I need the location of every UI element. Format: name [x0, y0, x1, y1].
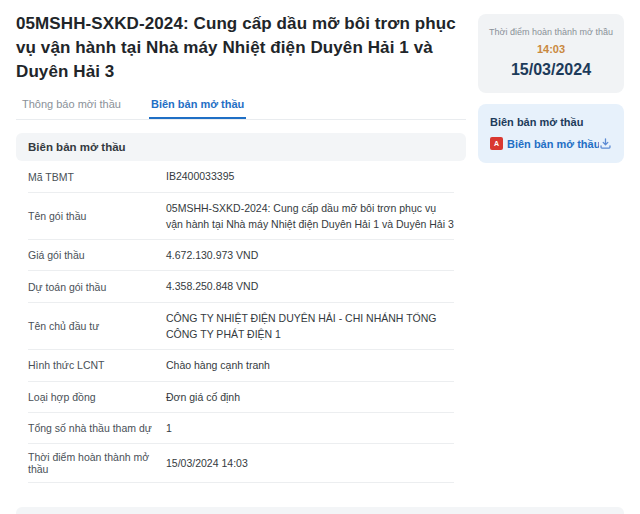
side-column: Thời điểm hoàn thành mở thầu 14:03 15/03… — [478, 12, 624, 483]
detail-label: Tổng số nhà thầu tham dự — [28, 422, 166, 434]
completion-date: 15/03/2024 — [486, 61, 616, 79]
detail-row-loai-hop-dong: Loại hợp đồng Đơn giá cố định — [28, 382, 454, 413]
completion-label: Thời điểm hoàn thành mở thầu — [486, 27, 616, 37]
detail-label: Mã TBMT — [28, 171, 166, 183]
document-card: Biên bản mở thầu A Biên bản mở thầu — [478, 104, 624, 163]
detail-value: Đơn giá cố định — [166, 389, 454, 405]
contractor-section-header: Thông tin nhà thầu — [16, 507, 624, 514]
document-row: A Biên bản mở thầu — [490, 137, 612, 150]
detail-row-chu-dau-tu: Tên chủ đầu tư CÔNG TY NHIỆT ĐIỆN DUYÊN … — [28, 303, 454, 351]
detail-label: Thời điểm hoàn thành mở thầu — [28, 451, 166, 475]
tab-bien-ban-mo-thau[interactable]: Biên bản mở thầu — [149, 92, 246, 119]
detail-label: Tên chủ đầu tư — [28, 320, 166, 332]
detail-row-hinh-thuc-lcnt: Hình thức LCNT Chào hàng cạnh tranh — [28, 350, 454, 381]
detail-row-ma-tbmt: Mã TBMT IB2400033395 — [28, 161, 454, 192]
detail-value: IB2400033395 — [166, 168, 454, 184]
page-title: 05MSHH-SXKD-2024: Cung cấp dầu mỡ bôi tr… — [16, 12, 466, 83]
detail-label: Tên gói thầu — [28, 210, 166, 222]
detail-label: Loại hợp đồng — [28, 391, 166, 403]
detail-value: 4.672.130.973 VND — [166, 247, 454, 263]
bid-opening-section-header: Biên bản mở thầu — [16, 133, 466, 161]
detail-label: Giá gói thầu — [28, 249, 166, 261]
tab-bar: Thông báo mời thầu Biên bản mở thầu — [16, 92, 466, 120]
detail-value: 05MSHH-SXKD-2024: Cung cấp dầu mỡ bôi tr… — [166, 200, 454, 233]
main-column: 05MSHH-SXKD-2024: Cung cấp dầu mỡ bôi tr… — [16, 12, 466, 483]
document-download-link[interactable]: Biên bản mở thầu — [507, 138, 599, 150]
detail-value: 4.358.250.848 VND — [166, 278, 454, 294]
detail-value: CÔNG TY NHIỆT ĐIỆN DUYÊN HẢI - CHI NHÁNH… — [166, 310, 454, 343]
detail-row-du-toan: Dự toán gói thầu 4.358.250.848 VND — [28, 271, 454, 302]
contractor-section: Thông tin nhà thầu Mã định danh Tên nhà … — [16, 507, 624, 514]
pdf-icon: A — [490, 137, 503, 150]
detail-label: Dự toán gói thầu — [28, 281, 166, 293]
download-icon[interactable] — [599, 137, 612, 150]
detail-row-thoi-diem-mo-thau: Thời điểm hoàn thành mở thầu 15/03/2024 … — [28, 444, 454, 483]
tab-thong-bao-moi-thau[interactable]: Thông báo mời thầu — [20, 92, 123, 119]
completion-time: 14:03 — [486, 43, 616, 55]
detail-value: 15/03/2024 14:03 — [166, 455, 454, 471]
bid-opening-details: Mã TBMT IB2400033395 Tên gói thầu 05MSHH… — [16, 161, 466, 483]
detail-row-ten-goi-thau: Tên gói thầu 05MSHH-SXKD-2024: Cung cấp … — [28, 193, 454, 241]
detail-label: Hình thức LCNT — [28, 359, 166, 371]
detail-row-gia-goi-thau: Giá gói thầu 4.672.130.973 VND — [28, 240, 454, 271]
detail-row-so-nha-thau: Tổng số nhà thầu tham dự 1 — [28, 413, 454, 444]
page-layout: 05MSHH-SXKD-2024: Cung cấp dầu mỡ bôi tr… — [16, 12, 624, 483]
document-card-title: Biên bản mở thầu — [490, 116, 612, 128]
completion-card: Thời điểm hoàn thành mở thầu 14:03 15/03… — [478, 14, 624, 93]
detail-value: 1 — [166, 420, 454, 436]
detail-value: Chào hàng cạnh tranh — [166, 357, 454, 373]
